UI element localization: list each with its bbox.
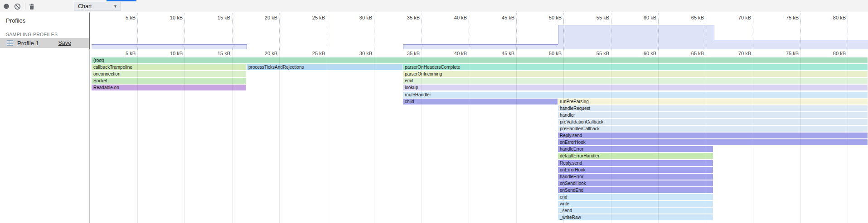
flame-frame-child[interactable]: child xyxy=(403,99,558,104)
flame-frame-end[interactable]: end xyxy=(558,194,713,200)
flame-frame-parseronheaderscomplete[interactable]: parserOnHeadersComplete xyxy=(403,64,868,70)
flame-frame-readable-on[interactable]: Readable.on xyxy=(92,85,246,90)
overview-gridline xyxy=(327,13,327,50)
frame-label: callbackTrampoline xyxy=(92,64,246,70)
flame-gridline xyxy=(422,50,422,223)
overview-gridline xyxy=(563,13,564,50)
clear-icon xyxy=(14,3,21,10)
overview-gridline xyxy=(516,13,517,50)
flame-gridline xyxy=(327,50,327,223)
flame-ruler-label: 70 kB xyxy=(722,51,751,56)
profile-name: Profile 1 xyxy=(17,40,39,47)
overview-gridline xyxy=(658,13,659,50)
flame-frame-prehandlercallback[interactable]: preHandlerCallback xyxy=(558,126,868,132)
flame-frame--root-[interactable]: (root) xyxy=(92,57,868,63)
frame-label: _send xyxy=(558,208,713,214)
flame-frame-onerrorhook[interactable]: onErrorHook xyxy=(558,167,713,173)
flame-ruler-label: 40 kB xyxy=(438,51,467,56)
flame-gridline xyxy=(753,50,753,223)
overview-ruler-label: 75 kB xyxy=(770,15,799,20)
frame-label: lookup xyxy=(403,85,868,90)
frame-label: child xyxy=(403,99,558,104)
overview-gridline xyxy=(706,13,706,50)
overview-ruler-label: 10 kB xyxy=(154,15,183,20)
flame-frame-onsendhook[interactable]: onSendHook xyxy=(558,180,713,186)
frame-label: routeHandler xyxy=(403,92,868,98)
profile-grid-icon xyxy=(6,39,14,47)
overview-gridline xyxy=(469,13,469,50)
frame-label: parserOnHeadersComplete xyxy=(403,64,868,70)
flame-frame-onconnection[interactable]: onconnection xyxy=(92,71,246,77)
save-link[interactable]: Save xyxy=(58,40,72,46)
record-button[interactable] xyxy=(3,3,10,10)
toolbar-separator xyxy=(25,3,25,9)
flame-frame-defaulterrorhandler[interactable]: defaultErrorHandler xyxy=(558,153,713,159)
frame-label: processTicksAndRejections xyxy=(247,64,402,70)
overview-gridline xyxy=(279,13,280,50)
clear-button[interactable] xyxy=(14,3,21,10)
flame-ruler-label: 25 kB xyxy=(296,51,325,56)
flame-frame-handlerequest[interactable]: handleRequest xyxy=(558,105,868,111)
flame-gridline xyxy=(232,50,233,223)
frame-label: Socket xyxy=(92,78,246,84)
frame-label: Readable.on xyxy=(92,85,246,90)
record-icon xyxy=(3,3,10,9)
flame-frame-processticksandrejections[interactable]: processTicksAndRejections xyxy=(247,64,402,70)
frame-label: emit xyxy=(403,78,868,84)
flame-frame-runpreparsing[interactable]: runPreParsing xyxy=(558,99,868,104)
overview-gridline xyxy=(184,13,185,50)
frame-label: _writeRaw xyxy=(558,214,713,220)
overview-heap-step xyxy=(558,25,714,49)
overview-scrollbar[interactable] xyxy=(89,13,90,49)
flame-frame-routehandler[interactable]: routeHandler xyxy=(403,92,868,98)
frame-label: onErrorHook xyxy=(558,167,713,173)
frame-label: preHandlerCallback xyxy=(558,126,868,132)
frame-label: handler xyxy=(558,112,868,118)
flame-frame--writeraw[interactable]: _writeRaw xyxy=(558,214,713,220)
overview-step-edge xyxy=(247,44,247,49)
view-mode-select[interactable]: Chart ▼ xyxy=(74,2,121,11)
flame-frame-handleerror[interactable]: handleError xyxy=(558,174,713,180)
flame-frame-handler[interactable]: handler xyxy=(558,112,868,118)
flame-frame--send[interactable]: _send xyxy=(558,208,713,214)
flame-frame-onsendend[interactable]: onSendEnd xyxy=(558,187,713,193)
overview-gridline xyxy=(611,13,611,50)
flame-frame-write-[interactable]: write_ xyxy=(558,201,713,207)
flame-frame-reply-send[interactable]: Reply.send xyxy=(558,133,868,138)
overview-ruler-label: 45 kB xyxy=(485,15,514,20)
frame-label: defaultErrorHandler xyxy=(558,153,713,159)
flame-frame-handleerror[interactable]: handleError xyxy=(558,146,713,152)
frame-label: Reply.send xyxy=(558,160,713,166)
flame-frame-onerrorhook[interactable]: onErrorHook xyxy=(558,139,868,145)
overview-step-edge xyxy=(403,44,403,49)
sidebar-item-profile-1[interactable]: Profile 1 Save xyxy=(0,38,89,48)
overview-ruler-label: 70 kB xyxy=(722,15,751,20)
overview-gridline xyxy=(422,13,422,50)
flame-gridline xyxy=(611,50,611,223)
flame-gridline xyxy=(374,50,374,223)
flame-ruler-label: 10 kB xyxy=(154,51,183,56)
flame-gridline xyxy=(848,50,848,223)
flame-ruler-label: 45 kB xyxy=(485,51,514,56)
view-mode-label: Chart xyxy=(78,3,92,9)
toolbar: Chart ▼ xyxy=(0,0,868,12)
flame-frame-prevalidationcallback[interactable]: preValidationCallback xyxy=(558,119,868,125)
overview-gridline xyxy=(753,13,753,50)
overview-gridline xyxy=(232,13,233,50)
delete-profile-button[interactable] xyxy=(28,3,35,10)
frame-label: Reply.send xyxy=(558,133,868,138)
flame-frame-callbacktrampoline[interactable]: callbackTrampoline xyxy=(92,64,246,70)
frame-label: handleError xyxy=(558,146,713,152)
sidebar: Profiles SAMPLING PROFILES Profile 1 Sav… xyxy=(0,12,89,223)
overview-gridline xyxy=(137,13,138,50)
flame-frame-emit[interactable]: emit xyxy=(403,78,868,84)
flame-ruler-label: 65 kB xyxy=(675,51,704,56)
flame-frame-lookup[interactable]: lookup xyxy=(403,85,868,90)
flame-gridline xyxy=(706,50,706,223)
frame-label: parserOnIncoming xyxy=(403,71,868,77)
flame-ruler-label: 5 kB xyxy=(107,51,136,56)
overview-ruler-label: 25 kB xyxy=(296,15,325,20)
flame-frame-parseronincoming[interactable]: parserOnIncoming xyxy=(403,71,868,77)
flame-frame-socket[interactable]: Socket xyxy=(92,78,246,84)
flame-frame-reply-send[interactable]: Reply.send xyxy=(558,160,713,166)
